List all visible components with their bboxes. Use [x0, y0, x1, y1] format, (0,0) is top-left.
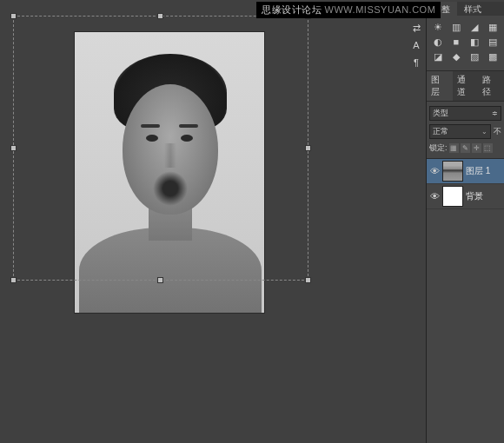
chevron-down-icon: ≑	[492, 109, 498, 117]
transform-bounding-box[interactable]	[13, 16, 308, 281]
layer-row[interactable]: 👁 背景	[427, 184, 504, 209]
tab-channels[interactable]: 通道	[453, 71, 479, 101]
chevron-down-icon: ⌄	[481, 128, 487, 136]
curves-icon[interactable]: ◢	[468, 21, 481, 33]
transform-handle-bl[interactable]	[10, 277, 17, 283]
layer-row[interactable]: 👁 图层 1	[427, 159, 504, 184]
right-panel: ⇄ A ¶ ☀ ▥ ◢ ▦ ◐ ■ ◧ ▤ ◪ ◆ ▨ ▩ 图层 通道 路径	[426, 16, 504, 443]
tab-paths[interactable]: 路径	[478, 71, 504, 101]
layer-name-label: 背景	[466, 190, 483, 202]
watermark-url: WWW.MISSYUAN.COM	[325, 4, 436, 15]
lock-all-icon[interactable]: ⬚	[483, 143, 493, 153]
canvas-area[interactable]	[0, 16, 426, 443]
opacity-label: 不	[494, 126, 501, 137]
text-tool-icon[interactable]: A	[409, 40, 423, 54]
lock-label: 锁定:	[429, 142, 448, 154]
color-balance-icon[interactable]: ◧	[468, 36, 481, 48]
transform-handle-mr[interactable]	[305, 145, 311, 151]
lock-transparency-icon[interactable]: ▦	[449, 143, 459, 153]
photo-filter-icon[interactable]: ◪	[432, 50, 444, 63]
layer-options: 类型 ≑ 正常 ⌄ 不 锁定: ▦ ✎ ✛ ⬚	[427, 102, 504, 159]
tab-layers[interactable]: 图层	[427, 71, 453, 101]
transform-handle-tl[interactable]	[10, 13, 17, 19]
transform-handle-bm[interactable]	[157, 277, 163, 283]
layers-list: 👁 图层 1 👁 背景	[427, 159, 504, 209]
vibrance-icon[interactable]: ◐	[432, 36, 444, 48]
lock-position-icon[interactable]: ✛	[472, 143, 481, 153]
transform-handle-ml[interactable]	[10, 145, 17, 151]
watermark-badge: 思缘设计论坛 WWW.MISSYUAN.COM	[256, 2, 441, 18]
levels-icon[interactable]: ▥	[450, 21, 462, 33]
transform-handle-tm[interactable]	[157, 13, 163, 19]
filter-kind-label: 类型	[433, 108, 448, 119]
paragraph-tool-icon[interactable]: ¶	[409, 57, 423, 71]
lock-pixels-icon[interactable]: ✎	[461, 143, 470, 153]
adjustments-panel: ☀ ▥ ◢ ▦ ◐ ■ ◧ ▤ ◪ ◆ ▨ ▩	[427, 16, 504, 71]
transform-handle-br[interactable]	[305, 277, 311, 283]
hue-icon[interactable]: ■	[450, 36, 462, 48]
channel-mixer-icon[interactable]: ◆	[450, 50, 462, 63]
exposure-icon[interactable]: ▦	[487, 21, 499, 33]
threshold-icon[interactable]: ▩	[487, 50, 499, 63]
layer-filter-dropdown[interactable]: 类型 ≑	[429, 106, 501, 121]
swap-icon[interactable]: ⇄	[409, 23, 423, 36]
layer-name-label: 图层 1	[466, 165, 490, 177]
bw-icon[interactable]: ▤	[487, 36, 499, 48]
layer-thumbnail[interactable]	[442, 161, 463, 182]
visibility-eye-icon[interactable]: 👁	[429, 191, 440, 202]
vertical-tool-strip: ⇄ A ¶	[409, 23, 425, 75]
posterize-icon[interactable]: ▨	[468, 50, 481, 63]
blend-mode-label: 正常	[433, 126, 448, 137]
blend-mode-dropdown[interactable]: 正常 ⌄	[429, 124, 491, 139]
visibility-eye-icon[interactable]: 👁	[429, 166, 440, 176]
layers-panel-tabs: 图层 通道 路径	[427, 71, 504, 102]
brightness-icon[interactable]: ☀	[432, 21, 444, 33]
watermark-text: 思缘设计论坛	[262, 4, 322, 15]
layer-thumbnail[interactable]	[442, 186, 463, 207]
